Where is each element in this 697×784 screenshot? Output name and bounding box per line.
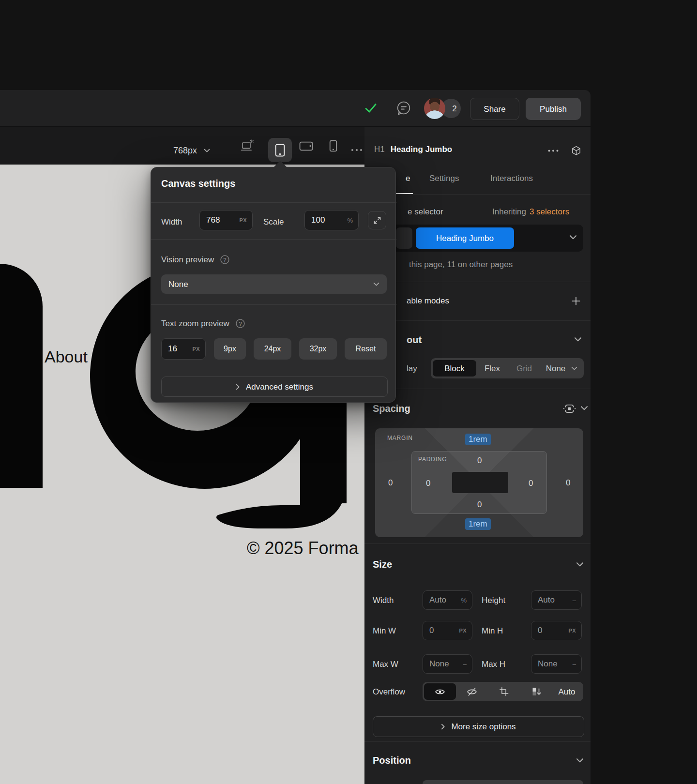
- element-more-icon[interactable]: [547, 149, 559, 152]
- add-mode-plus-icon[interactable]: [571, 296, 581, 306]
- min-w-input[interactable]: 0 PX: [423, 621, 472, 640]
- canvas-width-value: 768: [206, 215, 220, 225]
- overflow-visible-button[interactable]: [424, 683, 456, 700]
- divider: [364, 741, 591, 742]
- text-zoom-unit: PX: [193, 346, 200, 352]
- canvas-width-input[interactable]: 768 PX: [199, 210, 253, 230]
- display-option-label: None: [546, 364, 566, 373]
- vision-preview-select[interactable]: None: [161, 274, 387, 294]
- canvas-scale-input[interactable]: 100 %: [304, 210, 359, 230]
- overflow-scroll-button[interactable]: [520, 683, 552, 700]
- overflow-hidden-button[interactable]: [456, 683, 488, 700]
- padding-bottom-value[interactable]: 0: [477, 500, 482, 510]
- help-icon[interactable]: ?: [235, 318, 245, 329]
- overflow-label: Overflow: [373, 688, 405, 696]
- text-zoom-preset-9[interactable]: 9px: [214, 338, 246, 360]
- height-value: Auto: [538, 595, 555, 605]
- max-h-label: Max H: [482, 660, 505, 668]
- canvas-copyright[interactable]: © 2025 Forma: [247, 538, 359, 558]
- tab-interactions[interactable]: Interactions: [490, 174, 533, 182]
- max-h-value: None: [538, 659, 558, 669]
- publish-label: Publish: [540, 105, 567, 113]
- min-h-input[interactable]: 0 PX: [531, 621, 582, 640]
- selector-chip-partial[interactable]: [396, 227, 412, 249]
- help-icon[interactable]: ?: [220, 255, 230, 265]
- padding-top-value[interactable]: 0: [477, 456, 482, 466]
- divider: [151, 304, 396, 305]
- divider: [364, 194, 591, 195]
- more-breakpoints-icon[interactable]: [350, 148, 363, 152]
- phone-breakpoint-icon[interactable]: [329, 140, 337, 152]
- margin-bottom-value[interactable]: 1rem: [465, 518, 491, 530]
- min-h-value: 0: [538, 626, 542, 635]
- display-option-flex[interactable]: Flex: [476, 360, 508, 377]
- width-value: Auto: [429, 595, 446, 605]
- tab-style[interactable]: e: [406, 174, 410, 182]
- vision-preview-label: Vision preview: [161, 256, 214, 264]
- max-h-unit[interactable]: –: [573, 661, 576, 668]
- overflow-clip-button[interactable]: [488, 683, 520, 700]
- component-cube-icon[interactable]: [571, 145, 582, 156]
- text-zoom-input[interactable]: 16 PX: [161, 338, 206, 360]
- margin-left-value[interactable]: 0: [388, 478, 393, 488]
- publish-button[interactable]: Publish: [526, 98, 581, 120]
- eye-off-icon: [467, 687, 477, 696]
- share-button[interactable]: Share: [470, 98, 519, 120]
- display-option-label: Grid: [516, 364, 532, 373]
- desktop-breakpoint-icon[interactable]: [240, 139, 255, 152]
- layout-collapse-icon[interactable]: [574, 337, 582, 342]
- more-size-options-button[interactable]: More size options: [373, 716, 584, 737]
- divider: [364, 320, 591, 321]
- padding-right-value[interactable]: 0: [529, 479, 533, 488]
- overflow-segmented-control: Auto: [423, 682, 583, 701]
- tablet-landscape-icon[interactable]: [299, 141, 313, 151]
- fit-canvas-button[interactable]: [368, 211, 386, 229]
- max-h-input[interactable]: None –: [531, 654, 582, 674]
- inheriting-label: Inheriting: [492, 208, 526, 216]
- width-input[interactable]: Auto %: [423, 590, 472, 610]
- max-w-unit[interactable]: –: [463, 661, 467, 668]
- max-w-input[interactable]: None –: [423, 654, 472, 674]
- text-zoom-reset-button[interactable]: Reset: [345, 338, 387, 360]
- inheriting-count: 3 selectors: [530, 208, 569, 216]
- crop-icon: [499, 687, 509, 696]
- margin-top-value[interactable]: 1rem: [465, 434, 491, 445]
- canvas-width-unit: PX: [240, 217, 247, 223]
- inheriting-info[interactable]: Inheriting 3 selectors: [492, 208, 569, 216]
- tab-settings[interactable]: Settings: [429, 174, 459, 182]
- width-unit[interactable]: %: [461, 597, 467, 604]
- selector-chevron-icon[interactable]: [569, 235, 577, 240]
- breakpoint-dropdown[interactable]: 768px: [173, 139, 210, 162]
- spacing-overview-icon[interactable]: [563, 403, 576, 414]
- display-chevron-icon[interactable]: [571, 366, 577, 371]
- height-unit[interactable]: –: [573, 597, 576, 604]
- overflow-auto-button[interactable]: Auto: [552, 683, 582, 700]
- scroll-icon: [530, 687, 541, 696]
- canvas-scale-value: 100: [311, 215, 325, 225]
- padding-left-value[interactable]: 0: [426, 479, 430, 488]
- position-collapse-icon[interactable]: [576, 758, 584, 763]
- display-option-grid[interactable]: Grid: [508, 360, 540, 377]
- advanced-settings-button[interactable]: Advanced settings: [161, 377, 388, 397]
- display-option-none[interactable]: None: [540, 360, 571, 377]
- spacing-collapse-icon[interactable]: [580, 406, 588, 411]
- selector-chip-active[interactable]: Heading Jumbo: [416, 227, 514, 249]
- avatar[interactable]: [424, 98, 445, 119]
- canvas-scale-unit: %: [347, 217, 353, 224]
- width-label: Width: [373, 596, 394, 604]
- hero-letter-stem: [0, 264, 43, 488]
- text-zoom-preset-32[interactable]: 32px: [299, 338, 337, 360]
- comments-icon[interactable]: [395, 100, 412, 117]
- text-zoom-preset-24[interactable]: 24px: [254, 338, 291, 360]
- selector-chip-label: Heading Jumbo: [436, 234, 494, 242]
- size-collapse-icon[interactable]: [576, 562, 584, 567]
- height-input[interactable]: Auto –: [531, 590, 582, 610]
- position-segmented-control[interactable]: [423, 780, 583, 784]
- min-w-unit[interactable]: PX: [459, 628, 467, 633]
- display-option-block[interactable]: Block: [433, 360, 476, 377]
- margin-right-value[interactable]: 0: [566, 478, 570, 488]
- svg-text:?: ?: [239, 321, 242, 327]
- tablet-breakpoint-button[interactable]: [268, 138, 292, 162]
- expand-icon: [373, 216, 381, 225]
- min-h-unit[interactable]: PX: [569, 628, 576, 633]
